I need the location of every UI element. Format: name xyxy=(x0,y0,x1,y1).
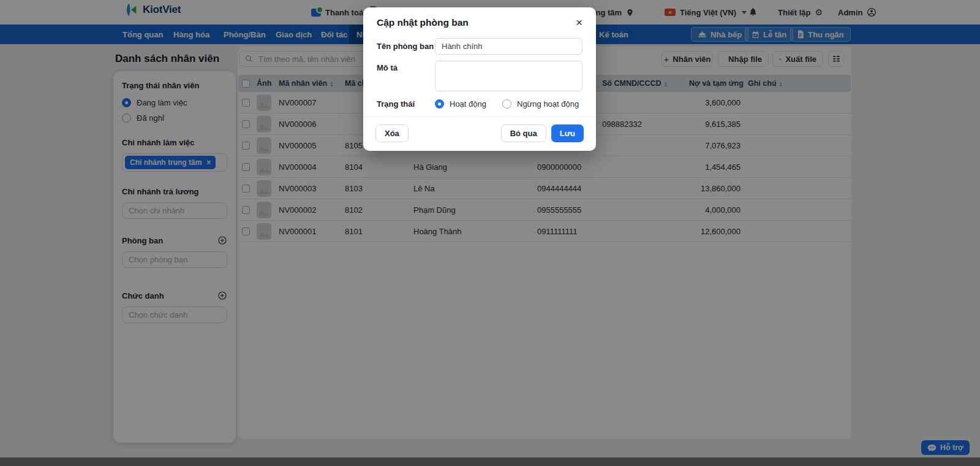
update-department-modal: Cập nhật phòng ban × Tên phòng ban Mô tả… xyxy=(363,7,596,151)
close-icon[interactable]: × xyxy=(576,18,582,28)
department-name-label: Tên phòng ban xyxy=(377,42,435,51)
description-label: Mô tả xyxy=(377,61,435,72)
radio-icon[interactable] xyxy=(435,99,444,109)
radio-icon[interactable] xyxy=(502,99,511,109)
radio-ngung-hoat-dong[interactable]: Ngừng hoạt động xyxy=(502,99,579,109)
department-name-input[interactable] xyxy=(435,38,582,55)
save-button[interactable]: Lưu xyxy=(551,124,584,142)
radio-hoat-dong[interactable]: Hoạt động xyxy=(435,99,486,109)
modal-title: Cập nhật phòng ban xyxy=(377,17,469,28)
status-label: Trạng thái xyxy=(377,99,435,109)
description-textarea[interactable] xyxy=(435,61,582,91)
delete-button[interactable]: Xóa xyxy=(375,124,409,142)
cancel-button[interactable]: Bỏ qua xyxy=(501,124,546,142)
